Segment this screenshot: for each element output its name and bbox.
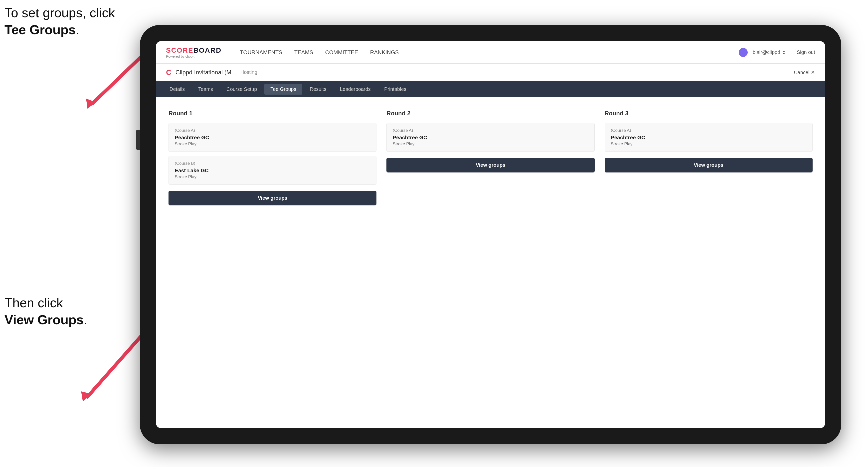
logo-text: SCOREBOARD [166,46,221,54]
round-1-course-b-card: (Course B) East Lake GC Stroke Play [168,156,376,185]
cancel-button[interactable]: Cancel ✕ [794,69,815,75]
round-1-course-a-label: (Course A) [175,128,370,133]
round-2-view-groups-button[interactable]: View groups [386,158,594,173]
round-1-column: Round 1 (Course A) Peachtree GC Stroke P… [168,110,376,206]
tab-printables[interactable]: Printables [378,84,412,95]
tab-results[interactable]: Results [304,84,333,95]
round-3-course-a-format: Stroke Play [611,142,806,147]
tab-leaderboards[interactable]: Leaderboards [334,84,376,95]
tab-tee-groups[interactable]: Tee Groups [265,84,302,95]
user-avatar [739,48,748,57]
tab-details[interactable]: Details [163,84,191,95]
hosting-badge: Hosting [240,69,257,75]
round-1-course-a-format: Stroke Play [175,142,370,147]
nav-teams[interactable]: TEAMS [293,47,314,58]
round-1-view-groups-button[interactable]: View groups [168,191,376,206]
round-3-column: Round 3 (Course A) Peachtree GC Stroke P… [604,110,813,206]
round-3-view-groups-button[interactable]: View groups [604,158,813,173]
nav-rankings[interactable]: RANKINGS [369,47,400,58]
tab-teams[interactable]: Teams [192,84,219,95]
user-email: blair@clippd.io [753,50,785,55]
rounds-container: Round 1 (Course A) Peachtree GC Stroke P… [168,110,813,206]
round-2-course-a-label: (Course A) [393,128,588,133]
tournament-c-icon: C [166,68,172,76]
round-1-course-b-name: East Lake GC [175,167,370,174]
main-content: Round 1 (Course A) Peachtree GC Stroke P… [156,97,825,428]
round-1-title: Round 1 [168,110,376,117]
tab-bar: Details Teams Course Setup Tee Groups Re… [156,81,825,97]
tab-course-setup[interactable]: Course Setup [220,84,263,95]
round-2-course-a-card: (Course A) Peachtree GC Stroke Play [386,123,594,152]
tablet-frame: SCOREBOARD Powered by clippit TOURNAMENT… [140,25,841,444]
logo-area: SCOREBOARD Powered by clippit [166,46,221,58]
nav-links: TOURNAMENTS TEAMS COMMITTEE RANKINGS [239,47,726,58]
round-3-title: Round 3 [604,110,813,117]
sub-bar: C Clippd Invitational (M... Hosting Canc… [156,64,825,81]
top-nav: SCOREBOARD Powered by clippit TOURNAMENT… [156,41,825,64]
round-1-course-b-label: (Course B) [175,161,370,166]
tournament-title: C Clippd Invitational (M... Hosting [166,68,257,76]
round-3-course-a-name: Peachtree GC [611,134,806,141]
nav-right: blair@clippd.io | Sign out [739,48,815,57]
instruction-bottom: Then click View Groups. [4,294,87,328]
round-2-column: Round 2 (Course A) Peachtree GC Stroke P… [386,110,594,206]
round-3-course-a-card: (Course A) Peachtree GC Stroke Play [604,123,813,152]
svg-line-2 [87,332,145,397]
sign-out-link[interactable]: Sign out [797,50,815,55]
round-2-course-a-format: Stroke Play [393,142,588,147]
round-1-course-b-format: Stroke Play [175,175,370,180]
logo-sub: Powered by clippit [166,54,221,58]
instruction-top: To set groups, click Tee Groups. [4,4,115,38]
nav-committee[interactable]: COMMITTEE [324,47,359,58]
round-2-title: Round 2 [386,110,594,117]
round-3-course-a-label: (Course A) [611,128,806,133]
nav-tournaments[interactable]: TOURNAMENTS [239,47,283,58]
tablet-screen: SCOREBOARD Powered by clippit TOURNAMENT… [156,41,825,428]
round-1-course-a-card: (Course A) Peachtree GC Stroke Play [168,123,376,152]
round-2-course-a-name: Peachtree GC [393,134,588,141]
round-1-course-a-name: Peachtree GC [175,134,370,141]
tournament-name: Clippd Invitational (M... [176,69,237,76]
